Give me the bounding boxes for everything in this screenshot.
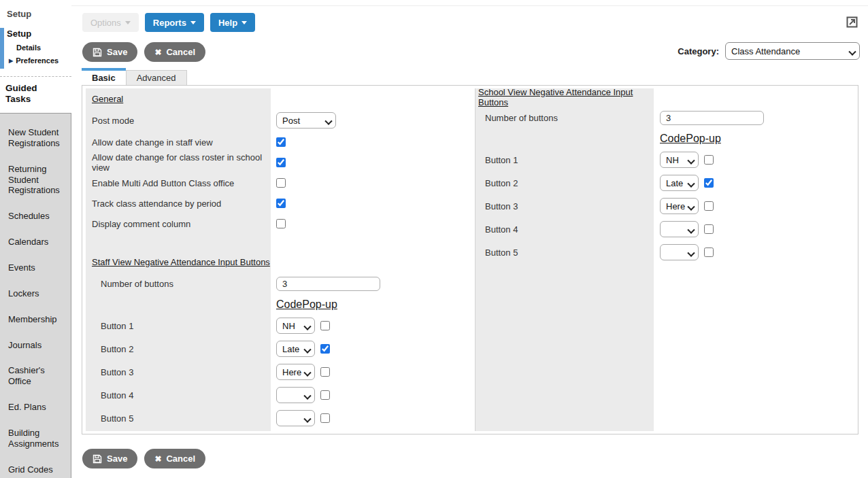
- form-row: Button 3Here: [86, 360, 471, 383]
- school-view-button-1-label: Button 1: [475, 155, 654, 165]
- staff-view-button-1-code-select[interactable]: NH: [276, 318, 315, 334]
- field-label-allow-date-change-in-staff-view: Allow date change in staff view: [86, 137, 271, 148]
- school-view-button-3-code-select[interactable]: Here: [660, 198, 699, 214]
- tab-basic[interactable]: Basic: [82, 68, 126, 85]
- school-view-number-of-buttons-input[interactable]: [660, 111, 764, 125]
- school-view-button-4-label: Button 4: [475, 224, 654, 235]
- sidebar-item-cashier-s-office[interactable]: Cashier's Office: [0, 358, 71, 394]
- allow-date-change-for-class-roster-in-school-view-checkbox[interactable]: [276, 158, 286, 167]
- track-class-attendance-by-period-checkbox[interactable]: [276, 199, 286, 208]
- current-item-arrow-icon: ▶: [9, 58, 13, 64]
- tab-bar: BasicAdvanced: [82, 68, 187, 85]
- save-floppy-icon: [93, 454, 102, 464]
- form-row: Display comment column: [86, 214, 471, 234]
- school-view-button-1-code-select[interactable]: NH: [660, 152, 699, 168]
- school-view-button-4-popup-checkbox[interactable]: [704, 224, 714, 234]
- staff-view-button-4-code-select[interactable]: [276, 387, 315, 403]
- staff-view-button-4-popup-checkbox[interactable]: [320, 390, 330, 400]
- enable-multi-add-button-class-office-checkbox[interactable]: [276, 178, 286, 188]
- cancel-button[interactable]: ✖ Cancel: [144, 42, 205, 62]
- cancel-button-bottom[interactable]: ✖ Cancel: [144, 449, 205, 468]
- sidebar-item-calendars[interactable]: Calendars: [0, 229, 71, 255]
- sidebar-item-preferences[interactable]: ▶Preferences: [9, 56, 71, 65]
- reports-button[interactable]: Reports: [145, 13, 204, 32]
- spacer-row: [86, 234, 471, 252]
- school-view-button-4-code-select[interactable]: [660, 221, 699, 237]
- sidebar-item-details[interactable]: Details: [16, 44, 71, 52]
- sidebar-item-grid-codes[interactable]: Grid Codes: [0, 457, 71, 478]
- school-view-button-5-code-select[interactable]: [660, 244, 699, 260]
- staff-view-form: GeneralPost modePostAllow date change in…: [86, 88, 471, 430]
- staff-view-button-2-code-select[interactable]: Late: [276, 341, 315, 357]
- sidebar-item-ed-plans[interactable]: Ed. Plans: [0, 394, 71, 420]
- staff-view-button-1-popup-checkbox[interactable]: [320, 321, 330, 330]
- staff-view-button-4-label: Button 4: [86, 390, 271, 400]
- field-control: [271, 137, 286, 147]
- category-select[interactable]: Class Attendance: [725, 42, 860, 60]
- form-row: Button 4: [475, 218, 856, 241]
- field-label-enable-multi-add-button-class-office: Enable Multi Add Button Class office: [86, 178, 271, 188]
- save-button[interactable]: Save: [82, 42, 137, 62]
- school-view-button-2-label: Button 2: [475, 178, 654, 188]
- sidebar-item-lockers[interactable]: Lockers: [0, 281, 71, 307]
- bottom-action-bar: Save ✖ Cancel: [82, 449, 205, 468]
- section-title: Setup: [7, 9, 71, 19]
- general-header-link: General: [92, 94, 123, 104]
- sidebar-item-returning-student-registrations[interactable]: Returning Student Registrations: [0, 156, 71, 204]
- school-view-form: School View Negative Attendance Input Bu…: [475, 88, 856, 264]
- staff-view-button-2-popup-checkbox[interactable]: [320, 344, 330, 354]
- school-view-button-2-code-select[interactable]: Late: [660, 175, 699, 191]
- field-label-allow-date-change-for-class-roster-in-school-view: Allow date change for class roster in sc…: [86, 152, 271, 173]
- options-button[interactable]: Options: [82, 13, 139, 32]
- post-mode-select[interactable]: Post: [276, 112, 336, 129]
- school-view-button-5-popup-checkbox[interactable]: [704, 247, 714, 257]
- category-label: Category:: [678, 46, 719, 56]
- sidebar-item-membership[interactable]: Membership: [0, 307, 71, 332]
- form-row: Button 1NH: [475, 148, 856, 171]
- field-control: [654, 244, 714, 260]
- expand-window-icon[interactable]: [846, 16, 858, 28]
- sidebar-item-events[interactable]: Events: [0, 255, 71, 281]
- form-row: Button 5: [86, 407, 471, 430]
- code-popup-headers: CodePop-up: [271, 298, 337, 311]
- school-view-button-3-popup-checkbox[interactable]: [704, 201, 714, 211]
- staff-view-button-5-popup-checkbox[interactable]: [320, 413, 330, 423]
- staff-view-button-5-label: Button 5: [86, 413, 271, 424]
- staff-view-button-5-code-select[interactable]: [276, 410, 315, 426]
- display-comment-column-checkbox[interactable]: [276, 219, 286, 228]
- main-area: Options Reports Help Save ✖: [71, 0, 868, 478]
- allow-date-change-in-staff-view-checkbox[interactable]: [276, 137, 286, 147]
- staff-view-button-3-popup-checkbox[interactable]: [320, 367, 330, 377]
- field-control: NH: [654, 152, 714, 168]
- sidebar-item-schedules[interactable]: Schedules: [0, 203, 71, 229]
- sidebar-item-guided-tasks[interactable]: Guided Tasks: [0, 77, 71, 113]
- school-view-button-5-label: Button 5: [475, 247, 654, 258]
- save-button-bottom[interactable]: Save: [82, 449, 137, 468]
- top-action-bar: Save ✖ Cancel: [82, 42, 205, 62]
- field-control: Late: [271, 341, 330, 357]
- cancel-x-icon: ✖: [154, 48, 161, 56]
- chevron-down-icon: [241, 21, 247, 24]
- school-view-button-3-label: Button 3: [475, 201, 654, 211]
- preferences-panel: GeneralPost modePostAllow date change in…: [82, 85, 858, 434]
- sidebar-item-new-student-registrations[interactable]: New Student Registrations: [0, 120, 71, 156]
- school-view-button-2-popup-checkbox[interactable]: [704, 178, 714, 188]
- field-label-display-comment-column: Display comment column: [86, 219, 271, 229]
- help-button[interactable]: Help: [210, 13, 255, 32]
- staff-view-code-column-header: Code: [276, 298, 302, 311]
- cancel-x-icon: ✖: [154, 455, 161, 463]
- school-view-button-1-popup-checkbox[interactable]: [704, 155, 714, 165]
- sidebar-item-journals[interactable]: Journals: [0, 332, 71, 358]
- staff-view-button-3-code-select[interactable]: Here: [276, 364, 315, 380]
- form-row: Button 2Late: [86, 337, 471, 360]
- sidebar-setup-group: Setup Details ▶Preferences: [0, 28, 71, 69]
- form-row: Number of buttons: [475, 106, 856, 129]
- staff-view-header-link: Staff View Negative Attendance Input But…: [92, 257, 270, 267]
- form-row: Button 5: [475, 241, 856, 264]
- sidebar-item-setup[interactable]: Setup: [7, 29, 71, 39]
- tab-advanced[interactable]: Advanced: [126, 70, 187, 85]
- school-view-number-of-buttons-label: Number of buttons: [475, 113, 654, 123]
- sidebar-item-building-assignments[interactable]: Building Assignments: [0, 420, 71, 457]
- staff-view-number-of-buttons-input[interactable]: [276, 277, 380, 291]
- field-control: [271, 178, 286, 188]
